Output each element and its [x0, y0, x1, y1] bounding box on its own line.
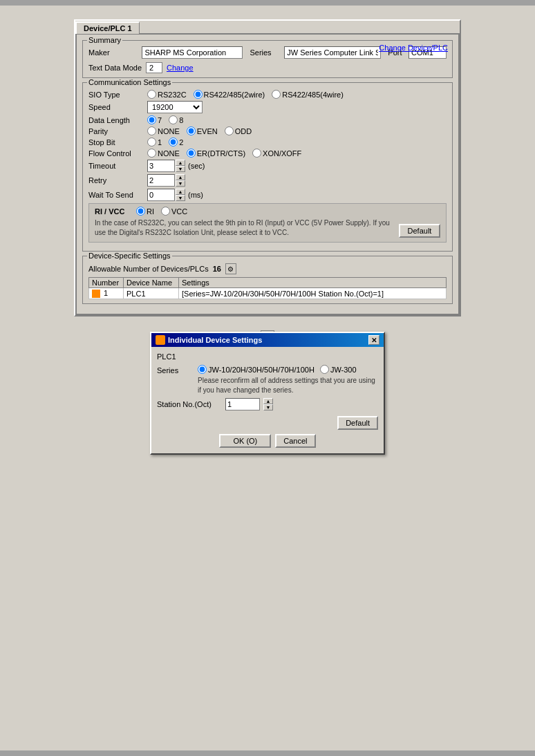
- series1-radio[interactable]: [198, 365, 207, 374]
- retry-up-button[interactable]: ▲: [176, 174, 185, 180]
- ri-option[interactable]: RI: [136, 207, 154, 216]
- parity-even-radio[interactable]: [187, 126, 196, 135]
- dialog-cancel-button[interactable]: Cancel: [275, 434, 315, 448]
- parity-label: Parity: [88, 127, 147, 135]
- station-up-button[interactable]: ▲: [263, 398, 273, 404]
- device-settings-icon-button[interactable]: ⚙: [225, 263, 236, 274]
- data-length-label: Data Length: [88, 116, 147, 124]
- retry-down-button[interactable]: ▼: [176, 180, 185, 187]
- retry-spinner-buttons: ▲ ▼: [176, 174, 185, 187]
- fc-er-option[interactable]: ER(DTR/CTS): [187, 149, 245, 158]
- dl8-radio[interactable]: [169, 115, 178, 124]
- wait-down-button[interactable]: ▼: [176, 195, 185, 201]
- rs422-2wire-option[interactable]: RS422/485(2wire): [194, 90, 265, 99]
- wait-unit: (ms): [188, 191, 203, 199]
- dialog-default-button[interactable]: Default: [337, 416, 378, 430]
- wait-to-send-spinner: ▲ ▼: [147, 189, 185, 201]
- dialog-window: Individual Device Settings ✕ PLC1 Series…: [150, 332, 385, 455]
- text-mode-change-link[interactable]: Change: [167, 64, 194, 72]
- dl8-option[interactable]: 8: [169, 115, 183, 124]
- ri-radio[interactable]: [136, 207, 145, 216]
- allowable-label: Allowable Number of Devices/PLCs: [88, 265, 209, 273]
- dialog-station-input[interactable]: [225, 398, 260, 410]
- number-header: Number: [89, 278, 124, 288]
- series2-radio[interactable]: [320, 365, 329, 374]
- parity-none-radio[interactable]: [147, 126, 156, 135]
- dialog-station-label: Station No.(Oct): [157, 400, 223, 408]
- timeout-down-button[interactable]: ▼: [176, 166, 185, 172]
- timeout-spinner-buttons: ▲ ▼: [176, 160, 185, 172]
- dialog-close-button[interactable]: ✕: [368, 335, 379, 345]
- fc-none-option[interactable]: NONE: [147, 149, 180, 158]
- dl7-option[interactable]: 7: [147, 115, 162, 124]
- parity-none-option[interactable]: NONE: [147, 126, 180, 135]
- rs422-4wire-option[interactable]: RS422/485(4wire): [272, 90, 344, 99]
- data-length-group: 7 8: [147, 115, 183, 124]
- allowable-row: Allowable Number of Devices/PLCs 16 ⚙: [88, 263, 447, 274]
- row-settings: [Series=JW-10/20H/30H/50H/70H/100H Stati…: [179, 288, 447, 299]
- sb1-radio[interactable]: [147, 138, 156, 147]
- ri-vcc-default-button[interactable]: Default: [399, 224, 440, 238]
- sio-type-label: SIO Type: [88, 91, 147, 99]
- rs422-2wire-radio[interactable]: [194, 90, 203, 99]
- flow-control-group: NONE ER(DTR/CTS) XON/XOFF: [147, 149, 301, 158]
- timeout-spinner: ▲ ▼: [147, 160, 185, 172]
- dialog-plc-name: PLC1: [157, 352, 378, 361]
- parity-odd-radio[interactable]: [225, 126, 234, 135]
- dialog-titlebar: Individual Device Settings ✕: [151, 333, 384, 347]
- sb2-option[interactable]: 2: [169, 138, 183, 147]
- sio-type-row: SIO Type RS232C RS422/485(2wire) RS42: [88, 90, 447, 99]
- flow-control-label: Flow Control: [88, 149, 147, 158]
- parity-odd-option[interactable]: ODD: [225, 126, 252, 135]
- series-field[interactable]: [284, 46, 381, 59]
- main-window: Device/PLC 1 Summary Change Device/PLC M…: [74, 19, 461, 316]
- bottom-bar: [0, 750, 535, 756]
- fc-xon-option[interactable]: XON/XOFF: [252, 149, 301, 158]
- timeout-up-button[interactable]: ▲: [176, 160, 185, 166]
- series2-option[interactable]: JW-300: [320, 365, 357, 374]
- speed-label: Speed: [88, 103, 147, 111]
- maker-field[interactable]: [142, 46, 243, 59]
- window-body: Summary Change Device/PLC Maker Series P…: [75, 33, 460, 315]
- wait-to-send-input[interactable]: [147, 189, 175, 201]
- change-device-link[interactable]: Change Device/PLC: [379, 44, 448, 52]
- fc-er-radio[interactable]: [187, 149, 196, 158]
- wait-to-send-row: Wait To Send ▲ ▼ (ms): [88, 189, 447, 201]
- timeout-input[interactable]: [147, 160, 175, 172]
- ri-vcc-label: RI / VCC: [95, 207, 129, 216]
- retry-label: Retry: [88, 176, 147, 185]
- series1-option[interactable]: JW-10/20H/30H/50H/70H/100H: [198, 365, 315, 374]
- stop-bit-label: Stop Bit: [88, 138, 147, 147]
- stop-bit-row: Stop Bit 1 2: [88, 138, 447, 147]
- vcc-radio[interactable]: [161, 207, 170, 216]
- fc-xon-radio[interactable]: [252, 149, 261, 158]
- rs232c-radio[interactable]: [147, 90, 156, 99]
- dialog-series-content: JW-10/20H/30H/50H/70H/100H JW-300 Please…: [198, 365, 378, 395]
- dl7-radio[interactable]: [147, 115, 156, 124]
- retry-row: Retry ▲ ▼: [88, 174, 447, 187]
- dialog-station-spinner: ▲ ▼: [263, 398, 273, 410]
- device-specific-section: Device-Specific Settings Allowable Numbe…: [82, 256, 453, 304]
- rs232c-option[interactable]: RS232C: [147, 90, 187, 99]
- ri-vcc-content: In the case of RS232C, you can select th…: [95, 218, 440, 238]
- tab-bar: Device/PLC 1: [75, 21, 460, 33]
- dialog-body: PLC1 Series JW-10/20H/30H/50H/70H/100H: [151, 347, 384, 453]
- vcc-option[interactable]: VCC: [161, 207, 187, 216]
- stop-bit-group: 1 2: [147, 138, 183, 147]
- dialog-ok-button[interactable]: OK (O): [219, 434, 271, 448]
- rs422-4wire-radio[interactable]: [272, 90, 281, 99]
- sb1-option[interactable]: 1: [147, 138, 162, 147]
- allowable-count: 16: [213, 265, 221, 273]
- parity-even-option[interactable]: EVEN: [187, 126, 218, 135]
- dialog-series-row: Series JW-10/20H/30H/50H/70H/100H JW-300: [157, 365, 378, 395]
- tab-device-plc1[interactable]: Device/PLC 1: [75, 21, 140, 34]
- table-row: 1 PLC1 [Series=JW-10/20H/30H/50H/70H/100…: [89, 288, 447, 299]
- station-down-button[interactable]: ▼: [263, 404, 273, 410]
- individual-device-dialog: Individual Device Settings ✕ PLC1 Series…: [150, 332, 385, 455]
- sb2-radio[interactable]: [169, 138, 178, 147]
- retry-input[interactable]: [147, 174, 175, 187]
- wait-up-button[interactable]: ▲: [176, 189, 185, 195]
- comm-section-label: Communication Settings: [87, 78, 172, 86]
- speed-select[interactable]: 19200: [147, 101, 203, 113]
- fc-none-radio[interactable]: [147, 149, 156, 158]
